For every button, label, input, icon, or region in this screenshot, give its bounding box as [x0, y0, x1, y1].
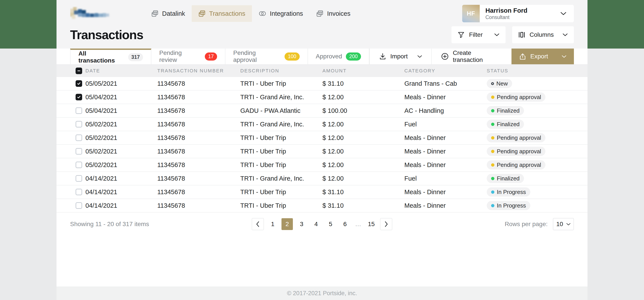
table-body: 05/05/202111345678TRTI - Uber Trip$ 31.1… [56, 77, 588, 213]
status-dot-icon [491, 123, 494, 126]
tab-pending-review[interactable]: Pending review17 [151, 48, 226, 64]
page-number-15[interactable]: 15 [366, 218, 377, 230]
cell-description: TRTI - Grand Aire, Inc. [240, 121, 322, 128]
cell-transaction-number: 11345678 [157, 107, 240, 114]
row-checkbox[interactable] [76, 189, 82, 195]
cell-category: Fuel [404, 121, 487, 128]
transactions-panel: All transactions317Pending review17Pendi… [56, 48, 588, 287]
table-row[interactable]: 05/02/202111345678TRTI - Uber Trip$ 12.0… [56, 145, 588, 158]
row-checkbox[interactable] [76, 135, 82, 141]
chevron-down-icon [562, 33, 568, 36]
page-number-2[interactable]: 2 [282, 218, 293, 230]
select-all-checkbox[interactable] [76, 68, 82, 74]
user-menu[interactable]: HF Harrison Ford Consultant [462, 5, 574, 22]
rows-per-page-label: Rows per page: [505, 221, 548, 228]
table-row[interactable]: 04/14/202111345678TRTI - Uber Trip$ 31.1… [56, 185, 588, 199]
import-label: Import [390, 53, 408, 60]
cell-category: Meals - Dinner [404, 161, 487, 168]
status-badge: Finalized [487, 174, 524, 183]
status-badge: Pending approval [487, 93, 546, 102]
cell-date: 05/04/2021 [86, 94, 157, 101]
cell-category: Meals - Dinner [404, 134, 487, 142]
row-checkbox[interactable] [76, 148, 82, 154]
cell-transaction-number: 11345678 [157, 175, 240, 182]
page-number-4[interactable]: 4 [310, 218, 322, 230]
table-row[interactable]: 05/04/202111345678TRTI - Grand Aire, Inc… [56, 91, 588, 104]
tab-pending-approval[interactable]: Pending approval100 [226, 48, 308, 64]
cell-transaction-number: 11345678 [157, 80, 240, 87]
row-checkbox[interactable] [76, 202, 82, 209]
row-checkbox[interactable] [76, 121, 82, 128]
status-label: In Progress [497, 189, 526, 195]
page-column: DatalinkTransactionsIntegrationsInvoices… [56, 0, 588, 300]
grid-table-icon [151, 10, 158, 17]
export-button[interactable]: Export [512, 48, 574, 64]
page-number-5[interactable]: 5 [325, 218, 336, 230]
export-upload-icon [519, 53, 526, 60]
cell-description: TRTI - Uber Trip [240, 202, 322, 209]
status-badge: In Progress [487, 187, 530, 197]
status-badge: Pending approval [487, 133, 546, 142]
create-transaction-button[interactable]: Create transaction [431, 48, 512, 64]
cell-transaction-number: 11345678 [157, 188, 240, 196]
import-button[interactable]: Import [369, 48, 431, 64]
cell-category: Meals - Dinner [404, 188, 487, 196]
page-number-1[interactable]: 1 [267, 218, 278, 230]
header-section: DatalinkTransactionsIntegrationsInvoices… [56, 0, 588, 48]
cell-description: GADU - PWA Atlantic [240, 107, 322, 114]
pager: 123456…15 [252, 218, 392, 230]
plus-circle-icon [441, 52, 449, 60]
avatar: HF [462, 5, 480, 22]
cell-description: TRTI - Uber Trip [240, 80, 322, 87]
previous-page-button[interactable] [252, 218, 264, 230]
export-label: Export [530, 53, 548, 60]
columns-button[interactable]: Columns [512, 26, 574, 43]
page-number-3[interactable]: 3 [296, 218, 307, 230]
status-dot-icon [491, 82, 494, 85]
status-label: New [496, 80, 508, 87]
cell-amount: $ 31.10 [322, 80, 404, 87]
row-checkbox[interactable] [76, 107, 82, 114]
row-checkbox[interactable] [76, 80, 82, 87]
table-row[interactable]: 05/02/202111345678TRTI - Uber Trip$ 12.0… [56, 131, 588, 145]
status-dot-icon [491, 136, 494, 140]
cell-amount: $ 12.00 [322, 121, 404, 128]
nav-item-transactions[interactable]: Transactions [192, 5, 252, 22]
tab-all-transactions[interactable]: All transactions317 [70, 48, 151, 64]
nav-item-label: Datalink [162, 10, 185, 17]
tab-bar: All transactions317Pending review17Pendi… [56, 48, 588, 65]
pagination-row: Showing 11 - 20 of 317 items 123456…15 R… [56, 213, 588, 236]
next-page-button[interactable] [380, 218, 392, 230]
rows-per-page-select[interactable]: 10 [553, 218, 574, 230]
cell-category: Meals - Dinner [404, 94, 487, 101]
row-checkbox[interactable] [76, 175, 82, 182]
tab-approved[interactable]: Approved200 [308, 48, 369, 64]
filter-button[interactable]: Filter [452, 26, 505, 43]
nav-item-invoices[interactable]: Invoices [310, 5, 357, 22]
row-checkbox[interactable] [76, 94, 82, 100]
cell-category: AC - Handling [404, 107, 487, 114]
tab-count-badge: 17 [205, 52, 217, 61]
column-header-status: STATUS [487, 68, 588, 74]
status-badge: Finalized [487, 120, 524, 129]
cell-category: Fuel [404, 175, 487, 182]
status-badge: Pending approval [487, 147, 546, 156]
table-row[interactable]: 05/02/202111345678TRTI - Uber Trip$ 12.0… [56, 158, 588, 172]
table-row[interactable]: 04/14/202111345678TRTI - Grand Aire, Inc… [56, 172, 588, 185]
table-row[interactable]: 05/05/202111345678TRTI - Uber Trip$ 31.1… [56, 77, 588, 91]
grid-table-icon [198, 10, 206, 17]
table-row[interactable]: 05/04/202111345678GADU - PWA Atlantic$ 1… [56, 104, 588, 118]
nav-item-integrations[interactable]: Integrations [252, 5, 310, 22]
table-row[interactable]: 04/14/202111345678TRTI - Uber Trip$ 31.1… [56, 199, 588, 213]
status-label: Pending approval [497, 94, 541, 101]
table-row[interactable]: 05/02/202111345678TRTI - Grand Aire, Inc… [56, 118, 588, 131]
page-number-6[interactable]: 6 [339, 218, 351, 230]
cell-category: Grand Trans - Cab [404, 80, 487, 87]
status-dot-icon [491, 96, 494, 99]
row-checkbox[interactable] [76, 161, 82, 168]
nav-item-datalink[interactable]: Datalink [144, 5, 192, 22]
column-header-amount: AMOUNT [322, 68, 404, 74]
cell-date: 04/14/2021 [86, 188, 157, 196]
cell-amount: $ 12.00 [322, 134, 404, 142]
cell-description: TRTI - Grand Aire, Inc. [240, 94, 322, 101]
